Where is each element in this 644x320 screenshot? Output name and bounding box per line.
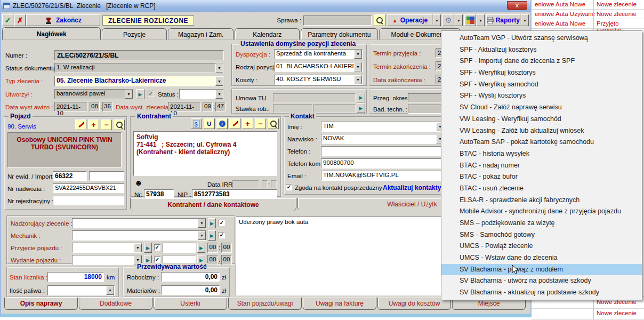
- raporty-button[interactable]: Raporty: [486, 14, 520, 26]
- tab[interactable]: Magazyn i Zam.: [168, 28, 234, 40]
- tab[interactable]: Parametry dokumentu: [301, 28, 377, 40]
- chevron-down-icon[interactable]: ▼: [215, 63, 223, 73]
- menu-item[interactable]: UMCS - Wstaw dane do zlecenia: [441, 252, 642, 264]
- email-field[interactable]: TIM.NOVAK@SOFTVIG.PL: [321, 171, 445, 181]
- nadzorujacy-combo[interactable]: ▼: [72, 218, 206, 228]
- mechanik-apply-button[interactable]: ▶: [208, 230, 216, 241]
- menu-item[interactable]: SMS – podziękowanie za wizytę: [441, 218, 642, 229]
- chevron-down-icon[interactable]: ▼: [354, 62, 362, 71]
- menu-item[interactable]: SPF - Importuj dane do zlecenia z SPF: [441, 55, 642, 67]
- menu-item[interactable]: UMCS - Powiąż zlecenie: [441, 241, 642, 252]
- mechanik-combo[interactable]: ▼: [72, 230, 206, 241]
- chevron-down-icon[interactable]: ▼: [198, 219, 206, 228]
- przyjecie-apply-button[interactable]: ▶: [144, 243, 152, 253]
- utworzyl-combo[interactable]: baranowski pawel ▼: [54, 89, 133, 99]
- chevron-down-icon[interactable]: ▼: [354, 50, 362, 59]
- menu-item[interactable]: Mobile Advisor - synchronizuj dane z prz…: [441, 206, 642, 218]
- menu-item[interactable]: BTAC - nadaj numer: [441, 160, 642, 172]
- telefon-field[interactable]: [321, 146, 445, 156]
- przyjecie-data-button[interactable]: ▶: [197, 243, 205, 253]
- chevron-down-icon[interactable]: ▼: [134, 243, 142, 252]
- menu-item[interactable]: SV Blacharnia - powiąż z modułem: [441, 264, 642, 276]
- menu-item[interactable]: AutoTeam SAP - pokaż kartotekę samochodu: [441, 137, 642, 148]
- status-dokumentu-combo[interactable]: 1. W realizacji ▼: [54, 63, 224, 73]
- wydanie-checkbox[interactable]: ✓: [154, 257, 160, 263]
- table-row[interactable]: eniowe Auta Używane Nowe zlecenie: [532, 10, 644, 19]
- nr-ewid-field[interactable]: 66322: [53, 171, 87, 181]
- stan-licznika-field[interactable]: 18000: [47, 272, 104, 282]
- table-row[interactable]: Nowe zlecenie: [532, 309, 644, 320]
- rodzaj-pozycji-combo[interactable]: 01. BLACHARSKO-LAKIERNICZ ▼: [274, 62, 363, 72]
- menu-item[interactable]: SV Cloud - Załóż naprawę serwisu: [441, 102, 642, 114]
- zgoda-checkbox[interactable]: ✓: [286, 184, 292, 190]
- nr-rejestracyjny-field[interactable]: [53, 196, 124, 205]
- pojazd-add-button[interactable]: +: [88, 119, 99, 130]
- nr-nadwozia-field[interactable]: SVA222455DASVBX21: [53, 183, 124, 193]
- operacje-dropdown-button[interactable]: ▼: [433, 14, 441, 26]
- menu-item[interactable]: ELSA-R - sprawdzenie akcji fabrycznych: [441, 195, 642, 206]
- menu-item[interactable]: BTAC - pokaż bufor: [441, 171, 642, 183]
- pojazd-edit-button[interactable]: [75, 119, 86, 130]
- przyjecie-combo[interactable]: ▼: [72, 243, 142, 253]
- menu-item[interactable]: BTAC - usuń zlecenie: [441, 183, 642, 195]
- chevron-down-icon[interactable]: ▼: [215, 76, 223, 86]
- kontrahent-u-button[interactable]: U: [204, 118, 215, 129]
- tab[interactable]: Kalendarz: [235, 28, 300, 40]
- tab[interactable]: Pozycje: [102, 28, 167, 40]
- tab[interactable]: Dodatkowe: [79, 298, 152, 310]
- tab[interactable]: Uwagi na fakturę: [303, 298, 376, 310]
- przyjecie-minute-field[interactable]: 00: [221, 243, 232, 253]
- zlecenia-hour-field[interactable]: 09: [203, 102, 213, 111]
- utworzyl-checkbox[interactable]: ✓: [148, 91, 154, 97]
- pojazd-remove-button[interactable]: −: [101, 119, 112, 130]
- kontrahent-info-button[interactable]: i: [216, 118, 228, 129]
- stawka-field-2[interactable]: [313, 104, 356, 113]
- pojazd-kategoria-link[interactable]: 90. Serwis: [7, 123, 36, 130]
- przyjecie-checkbox[interactable]: ✓: [154, 244, 160, 251]
- imie-combo[interactable]: TIM ▼: [321, 122, 445, 132]
- irr-minute-field[interactable]: [271, 180, 277, 188]
- kontrahent-edit-button[interactable]: [229, 118, 240, 129]
- sprawa-field[interactable]: [303, 15, 372, 26]
- menu-item[interactable]: SPF - Weryfikuj kosztorys: [441, 67, 642, 79]
- settings-dropdown-button[interactable]: ▼: [455, 14, 463, 26]
- stawka-field-1[interactable]: [273, 104, 312, 113]
- dyspozycja-combo[interactable]: Sprzedaż dla kontrahenta ▼: [274, 49, 363, 59]
- przyjecie-hour-field[interactable]: 00: [207, 243, 218, 253]
- menu-item[interactable]: SPF - Wyślij kosztorys: [441, 90, 642, 102]
- chevron-down-icon[interactable]: ▼: [106, 286, 114, 295]
- robocizny-field[interactable]: 0,00: [161, 272, 220, 282]
- wydanie-hour-field[interactable]: 00: [207, 255, 218, 265]
- cancel-button[interactable]: ✗: [14, 14, 26, 26]
- typ-zlecenia-combo[interactable]: 05. Zlecenie Blacharsko-Lakiernicze ▼: [54, 76, 224, 86]
- table-row[interactable]: eniowe Auta Nowe Nowe zlecenie: [532, 0, 644, 10]
- data-zlecenia-field[interactable]: 2021-11-10: [168, 102, 201, 111]
- nadzorujacy-apply-button[interactable]: ▶: [208, 218, 216, 228]
- przyjecie-data-field[interactable]: [163, 243, 196, 253]
- status2-combo[interactable]: ▼: [179, 89, 224, 99]
- data-awizo-field[interactable]: 2021-11-10: [54, 102, 87, 111]
- close-button[interactable]: x: [507, 1, 527, 10]
- kontrahent-remove-button[interactable]: −: [255, 118, 266, 129]
- table-row[interactable]: eniowe Auta Nowe Przyjęto samochó: [532, 19, 644, 29]
- utworzyl-apply-button[interactable]: ▶: [136, 89, 144, 99]
- title-bar[interactable]: ZLEC/50276/21/S/BL Zlecenie [Zlecenie w …: [1, 0, 530, 12]
- confirm-button[interactable]: ✓: [2, 14, 13, 26]
- kontrahent-rozliczenia-button[interactable]: $: [191, 118, 202, 129]
- menu-item[interactable]: SV Blacharnia - aktualizuj na podstawie …: [441, 287, 642, 299]
- menu-item[interactable]: SPF - Weryfikuj samochód: [441, 79, 642, 91]
- kontrahent-search-button[interactable]: [268, 118, 279, 129]
- chevron-down-icon[interactable]: ▼: [354, 75, 362, 84]
- import-field[interactable]: [89, 171, 124, 181]
- aktualizuj-kontakty-button[interactable]: Aktualizuj kontakty: [383, 184, 441, 191]
- menu-item[interactable]: BTAC - historia wysyłek: [441, 148, 642, 160]
- umowa-tu-field[interactable]: [273, 93, 356, 102]
- mechanik-checkbox[interactable]: ✓: [219, 232, 225, 238]
- wydanie-minute-field[interactable]: 00: [221, 255, 232, 265]
- menu-item[interactable]: SV Blacharnia - utwórz na podstawie szko…: [441, 275, 642, 287]
- tab[interactable]: Usterki: [154, 298, 227, 310]
- menu-item[interactable]: VW Leasing - Załóż lub aktualizuj wniose…: [441, 125, 642, 137]
- pojazd-search-button[interactable]: [114, 119, 125, 130]
- koszty-combo[interactable]: 40. KOSZTY SERWISU ▼: [274, 75, 363, 85]
- chevron-down-icon[interactable]: ▼: [125, 90, 133, 99]
